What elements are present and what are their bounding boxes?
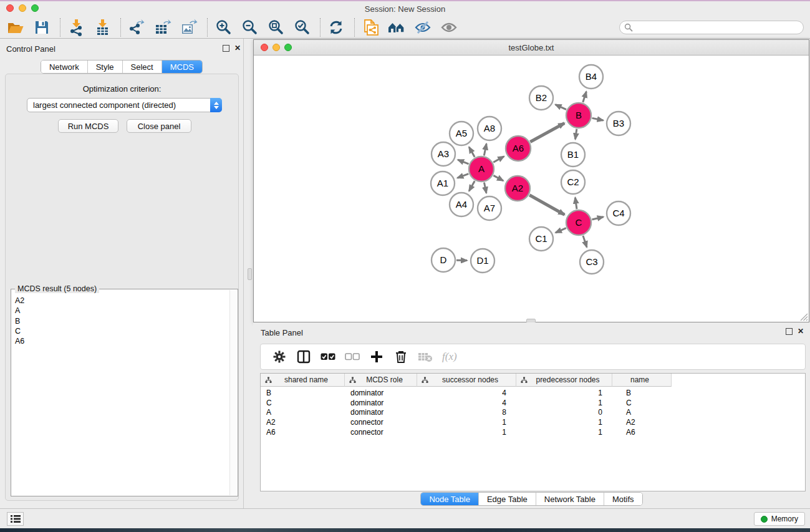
float-panel-icon[interactable] [223,45,229,52]
cell-MCDS-role[interactable]: connector [345,428,417,437]
select-all-checkboxes-icon[interactable] [319,348,337,365]
deselect-all-checkboxes-icon[interactable] [344,348,361,365]
task-history-button[interactable] [7,512,24,526]
minimize-window-button[interactable] [19,4,26,12]
zoom-window-button[interactable] [31,4,39,12]
column-header-shared-name[interactable]: shared name [261,374,345,387]
mcds-result-item[interactable]: B [15,316,229,326]
table-row[interactable]: Bdominator41B [261,388,805,398]
first-neighbors-icon[interactable] [387,18,406,37]
cell-predecessor-nodes[interactable]: 1 [516,418,612,427]
graph-edge-A-A7[interactable] [484,183,486,193]
graph-edge-C-C4[interactable] [592,217,603,220]
mcds-result-item[interactable]: A6 [15,336,229,346]
open-session-icon[interactable] [6,18,25,37]
cell-MCDS-role[interactable]: dominator [345,399,417,407]
network-zoom-button[interactable] [284,44,292,51]
close-window-button[interactable] [6,4,14,12]
close-panel-icon[interactable]: ✕ [234,44,241,52]
zoom-in-icon[interactable] [214,18,233,37]
mcds-result-item[interactable]: C [15,326,229,336]
graph-edge-C-C1[interactable] [556,228,566,233]
cell-shared-name[interactable]: C [261,399,345,407]
graph-edge-A-A6[interactable] [493,157,504,163]
node-table[interactable]: shared nameMCDS rolesuccessor nodesprede… [260,373,806,491]
network-close-button[interactable] [261,44,268,51]
graph-edge-A2-C[interactable] [529,195,564,215]
delete-table-icon[interactable] [417,348,434,365]
cell-predecessor-nodes[interactable]: 1 [516,389,612,397]
close-table-panel-icon[interactable]: ✕ [798,327,804,336]
graph-edge-C-C2[interactable] [575,198,577,209]
mcds-result-item[interactable]: A [15,306,229,316]
graph-edge-A6-B[interactable] [530,123,564,142]
cell-MCDS-role[interactable]: connector [345,418,417,427]
hide-details-icon[interactable] [413,18,432,37]
close-panel-button[interactable]: Close panel [127,119,191,133]
table-row[interactable]: A6connector11A6 [261,427,805,437]
cell-successor-nodes[interactable]: 4 [417,389,516,397]
window-resize-grip[interactable] [799,312,808,321]
run-mcds-button[interactable]: Run MCDS [58,119,118,133]
column-header-MCDS-role[interactable]: MCDS role [345,374,417,387]
tab-style[interactable]: Style [88,60,123,73]
import-table-icon[interactable] [93,18,112,37]
network-window-titlebar[interactable]: testGlobe.txt [254,40,809,56]
cell-successor-nodes[interactable]: 1 [417,418,516,427]
cell-predecessor-nodes[interactable]: 1 [516,399,612,407]
graph-edge-B-B4[interactable] [583,92,587,102]
graph-edge-B-B2[interactable] [556,105,566,110]
mcds-result-item[interactable]: A2 [15,296,229,306]
zoom-fit-icon[interactable] [266,18,285,37]
column-header-successor-nodes[interactable]: successor nodes [417,374,516,387]
column-header-name[interactable]: name [612,374,672,387]
cell-MCDS-role[interactable]: dominator [345,389,417,397]
graph-edge-A-A8[interactable] [484,144,486,156]
zoom-selected-icon[interactable] [292,18,311,37]
optimization-criterion-dropdown[interactable]: largest connected component (directed) [27,98,222,112]
network-snapshot-icon[interactable] [361,18,380,37]
cell-successor-nodes[interactable]: 1 [417,428,516,437]
table-row[interactable]: Cdominator41C [261,398,805,408]
graph-edge-C-C3[interactable] [583,236,587,247]
cell-MCDS-role[interactable]: dominator [345,408,417,417]
table-row[interactable]: A2connector11A2 [261,417,805,427]
export-table-icon[interactable] [153,18,172,37]
network-canvas[interactable]: ABCA6A2A1A3A4A5A7A8B1B2B3B4C1C2C3C4DD1 [254,56,809,322]
save-session-icon[interactable] [32,18,51,37]
cell-predecessor-nodes[interactable]: 1 [516,428,612,437]
graph-edge-A-A5[interactable] [469,147,475,157]
function-builder-icon[interactable]: f(x) [442,351,457,363]
export-network-icon[interactable] [127,18,146,37]
mcds-result-list[interactable]: A2ABCA6 [12,293,229,495]
cell-shared-name[interactable]: A [261,408,345,417]
tab-node-table[interactable]: Node Table [421,493,479,505]
table-row[interactable]: Adominator80A [261,408,805,418]
export-image-icon[interactable] [180,18,198,37]
column-header-predecessor-nodes[interactable]: predecessor nodes [516,374,612,387]
graph-edge-A-A1[interactable] [457,174,468,178]
cell-successor-nodes[interactable]: 4 [417,399,516,407]
memory-button[interactable]: Memory [754,512,805,526]
search-input[interactable] [619,21,804,34]
cell-name[interactable]: A [612,408,672,417]
add-column-icon[interactable] [368,348,385,365]
cell-shared-name[interactable]: B [261,389,345,397]
tab-mcds[interactable]: MCDS [162,60,202,73]
zoom-out-icon[interactable] [240,18,259,37]
cell-predecessor-nodes[interactable]: 0 [516,408,612,417]
graph-edge-B-B1[interactable] [576,129,577,139]
tab-edge-table[interactable]: Edge Table [479,493,536,505]
cell-successor-nodes[interactable]: 8 [417,408,516,417]
graph-edge-A-A4[interactable] [469,181,475,191]
result-scrollbar[interactable] [229,290,237,495]
cell-name[interactable]: A2 [612,418,672,427]
float-table-panel-icon[interactable] [786,328,793,335]
panel-splitter-handle-vertical[interactable] [248,268,252,280]
network-minimize-button[interactable] [272,44,280,51]
cell-shared-name[interactable]: A6 [261,428,345,437]
table-options-gear-icon[interactable] [271,348,288,365]
refresh-icon[interactable] [327,18,345,37]
graph-edge-B-B3[interactable] [592,118,604,120]
show-column-icon[interactable] [295,348,312,365]
